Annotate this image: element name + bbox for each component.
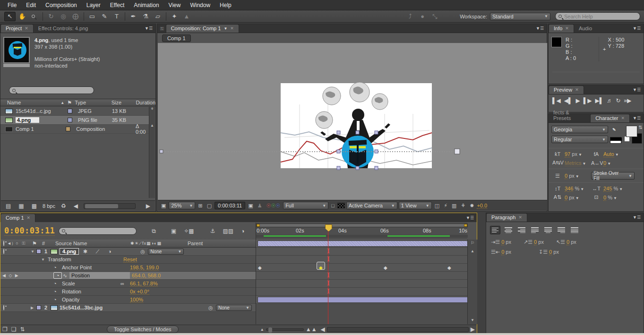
project-search[interactable]: [9, 86, 94, 94]
stopwatch-icon[interactable]: ◔: [53, 297, 62, 302]
help-search-input[interactable]: [564, 14, 637, 19]
keyframe-icon[interactable]: ◆: [447, 265, 451, 270]
chevron-down-icon[interactable]: ▼: [575, 174, 579, 179]
trash-icon[interactable]: ♻: [59, 203, 68, 209]
position-keyframe-track[interactable]: ◆ ◆ ◆ ◆: [256, 264, 467, 272]
table-row[interactable]: Comp 1 Composition Δ 0:00: [0, 125, 150, 134]
current-time-display[interactable]: 0:00:03:11: [4, 226, 55, 236]
position-value[interactable]: 654.0, 568.0: [132, 273, 161, 279]
comp-viewer[interactable]: [158, 43, 547, 200]
layer1-eye-icon[interactable]: [0, 249, 7, 254]
roi-icon[interactable]: ▢: [206, 203, 213, 209]
reset-exposure-icon[interactable]: ✸: [468, 203, 475, 209]
close-icon[interactable]: ✕: [27, 215, 31, 220]
label-column-icon[interactable]: ⚑: [67, 100, 75, 106]
show-snapshot-icon[interactable]: ♟: [256, 203, 264, 209]
layer2-label-swatch[interactable]: [36, 305, 41, 310]
view-layout-dropdown[interactable]: 1 View▼: [399, 202, 432, 209]
tab-info[interactable]: Info✕: [549, 24, 574, 33]
align-center-button[interactable]: [503, 226, 514, 234]
scroll-right-icon[interactable]: ▶: [144, 203, 152, 209]
layer1-duration-bar[interactable]: [258, 241, 468, 247]
close-icon[interactable]: ✕: [230, 26, 234, 31]
transform-collapse-icon[interactable]: ▼: [41, 258, 48, 262]
project-search-input[interactable]: [18, 87, 91, 93]
stroke-width-value[interactable]: 0: [565, 173, 567, 179]
time-ruler[interactable]: 0:00s 02s 04s 06s 08s 10s: [256, 228, 468, 234]
composition-mini-flowchart-icon[interactable]: ⧉: [150, 228, 158, 234]
indent-left-value[interactable]: 0: [501, 239, 504, 245]
stamp-tool-icon[interactable]: ⚗: [140, 12, 151, 21]
snapshot-icon[interactable]: ▣: [247, 203, 254, 209]
zoom-out-mountain-icon[interactable]: ▲: [258, 327, 266, 332]
stopwatch-active-icon[interactable]: ◔: [53, 272, 62, 279]
menu-help[interactable]: Help: [215, 2, 236, 9]
source-name-column[interactable]: Source Name: [49, 241, 123, 246]
comp-marker-bin-icon[interactable]: ⚐: [468, 240, 477, 245]
audio-icon[interactable]: ♬: [607, 97, 612, 104]
selection-tool-icon[interactable]: ↖: [4, 12, 16, 21]
column-duration[interactable]: Duration: [136, 100, 155, 105]
leading-value[interactable]: Auto: [603, 151, 614, 157]
parent-column[interactable]: Parent: [188, 241, 203, 246]
justify-last-center-button[interactable]: [543, 226, 553, 234]
font-family-dropdown[interactable]: Georgia▼: [551, 126, 608, 133]
baseline-shift-value[interactable]: 0: [565, 195, 567, 201]
work-area-bar[interactable]: [256, 223, 468, 227]
close-icon[interactable]: ✕: [518, 215, 522, 220]
close-icon[interactable]: ✕: [25, 26, 28, 31]
space-after-value[interactable]: 0: [549, 249, 552, 255]
transparency-grid-icon[interactable]: [337, 203, 345, 208]
region-of-interest-icon[interactable]: □: [330, 203, 336, 208]
layer1-track[interactable]: [256, 240, 467, 248]
solo-column-icon[interactable]: ○: [14, 241, 20, 246]
scroll-down-icon[interactable]: ▼: [468, 318, 477, 322]
stroke-mode-dropdown[interactable]: Stroke Over Fill▼: [591, 172, 635, 180]
layer2-expand-icon[interactable]: ▶: [31, 306, 36, 310]
timeline-search-input[interactable]: [68, 228, 133, 234]
justify-last-left-button[interactable]: [530, 226, 540, 234]
zoom-tool-icon[interactable]: [29, 12, 40, 21]
scroll-up-icon[interactable]: ▲: [149, 123, 155, 128]
scroll-up-icon[interactable]: ▲: [468, 249, 477, 253]
scale-value[interactable]: 66.1, 67.8%: [130, 281, 158, 287]
work-area-end-handle[interactable]: [464, 224, 467, 227]
new-composition-icon[interactable]: ▩: [30, 203, 39, 209]
lock-icon[interactable]: ⚿: [157, 26, 166, 33]
eyedropper-icon[interactable]: ✒: [610, 126, 618, 134]
stopwatch-icon[interactable]: ◔: [53, 289, 62, 294]
eraser-tool-icon[interactable]: ▱: [152, 12, 163, 21]
layer2-duration-bar[interactable]: [258, 297, 468, 303]
font-size-value[interactable]: 97: [565, 151, 570, 157]
keyframe-nav[interactable]: ◀ ◇ ▶: [0, 273, 26, 278]
help-search[interactable]: [555, 12, 640, 20]
comp-timecode[interactable]: 0:00:03:11: [215, 202, 245, 209]
layer1-pickwhip-icon[interactable]: ◎: [140, 249, 148, 255]
indent-right-value[interactable]: 0: [567, 239, 569, 245]
scroll-left-icon[interactable]: ◀: [72, 203, 80, 209]
next-frame-icon[interactable]: ▌▶: [584, 97, 592, 104]
layer1-shy-icon[interactable]: ✱: [79, 249, 91, 255]
puppet-pin-tool-icon[interactable]: ✦: [169, 12, 180, 21]
safe-margins-icon[interactable]: ⊞: [197, 203, 204, 209]
tab-comp1-timeline[interactable]: Comp 1✕: [0, 214, 35, 222]
column-size[interactable]: Size: [112, 100, 136, 105]
layer-row-2[interactable]: ▶ 2 15c541d...3bc.jpg ◎ None▼: [0, 304, 256, 312]
panel-menu-icon[interactable]: ▼☰: [630, 25, 644, 32]
layer1-label-swatch[interactable]: [36, 249, 41, 254]
project-scrollbar[interactable]: ⚘ ▲: [149, 107, 155, 198]
close-icon[interactable]: ✕: [575, 87, 579, 92]
panel-menu-icon[interactable]: ▼☰: [630, 115, 644, 121]
chevron-down-icon[interactable]: ▼: [613, 196, 617, 200]
column-name[interactable]: Name: [0, 100, 60, 105]
vertical-scale-value[interactable]: 346: [565, 186, 573, 192]
justify-all-button[interactable]: [569, 226, 580, 234]
fast-preview-icon[interactable]: ⚡: [442, 203, 449, 209]
layer1-parent-dropdown[interactable]: None▼: [148, 249, 184, 255]
scale-row[interactable]: ◔ Scale ∞ 66.1, 67.8%: [0, 280, 256, 288]
menu-animation[interactable]: Animation: [129, 2, 163, 9]
position-row[interactable]: ◀ ◇ ▶ ◔ ∿ Position 654.0, 568.0: [0, 272, 256, 280]
rotation-row[interactable]: ◔ Rotation 0x +0.0°: [0, 288, 256, 296]
flowchart-button-icon[interactable]: ⚘: [459, 203, 467, 209]
menu-edit[interactable]: Edit: [21, 2, 41, 9]
